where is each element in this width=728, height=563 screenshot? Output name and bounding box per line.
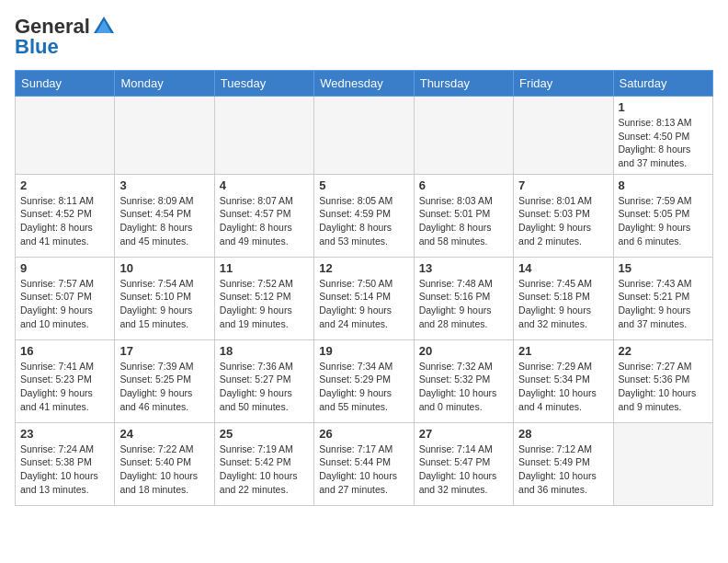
calendar-day: 13Sunrise: 7:48 AM Sunset: 5:16 PM Dayli… <box>414 257 513 339</box>
calendar-day <box>16 97 115 175</box>
calendar-header-wednesday: Wednesday <box>314 71 414 97</box>
calendar-day: 21Sunrise: 7:29 AM Sunset: 5:34 PM Dayli… <box>514 339 613 422</box>
day-info: Sunrise: 8:11 AM Sunset: 4:52 PM Dayligh… <box>20 194 109 248</box>
calendar-day: 6Sunrise: 8:03 AM Sunset: 5:01 PM Daylig… <box>414 174 513 257</box>
logo: General Blue <box>15 15 118 59</box>
day-info: Sunrise: 8:13 AM Sunset: 4:50 PM Dayligh… <box>619 116 708 170</box>
calendar-day: 4Sunrise: 8:07 AM Sunset: 4:57 PM Daylig… <box>214 174 313 257</box>
calendar-day: 3Sunrise: 8:09 AM Sunset: 4:54 PM Daylig… <box>115 174 214 257</box>
day-info: Sunrise: 7:48 AM Sunset: 5:16 PM Dayligh… <box>419 277 508 331</box>
day-info: Sunrise: 7:36 AM Sunset: 5:27 PM Dayligh… <box>220 360 309 414</box>
day-info: Sunrise: 7:43 AM Sunset: 5:21 PM Dayligh… <box>619 277 708 331</box>
day-number: 27 <box>419 427 508 441</box>
day-number: 24 <box>119 427 209 441</box>
day-number: 8 <box>619 178 708 192</box>
calendar-week-3: 9Sunrise: 7:57 AM Sunset: 5:07 PM Daylig… <box>16 257 713 339</box>
calendar-day: 18Sunrise: 7:36 AM Sunset: 5:27 PM Dayli… <box>214 339 313 422</box>
calendar-day: 5Sunrise: 8:05 AM Sunset: 4:59 PM Daylig… <box>314 174 414 257</box>
day-number: 11 <box>220 261 309 275</box>
day-number: 1 <box>619 100 708 114</box>
calendar-day: 15Sunrise: 7:43 AM Sunset: 5:21 PM Dayli… <box>613 257 712 339</box>
day-info: Sunrise: 7:12 AM Sunset: 5:49 PM Dayligh… <box>518 442 608 497</box>
day-info: Sunrise: 8:01 AM Sunset: 5:03 PM Dayligh… <box>518 194 608 248</box>
day-info: Sunrise: 7:27 AM Sunset: 5:36 PM Dayligh… <box>619 360 708 414</box>
calendar-day: 1Sunrise: 8:13 AM Sunset: 4:50 PM Daylig… <box>613 97 712 175</box>
day-info: Sunrise: 7:32 AM Sunset: 5:32 PM Dayligh… <box>419 360 508 414</box>
day-number: 23 <box>20 427 109 441</box>
day-number: 26 <box>319 427 408 441</box>
day-info: Sunrise: 8:03 AM Sunset: 5:01 PM Dayligh… <box>419 194 508 248</box>
day-info: Sunrise: 7:19 AM Sunset: 5:42 PM Dayligh… <box>220 442 309 497</box>
day-number: 10 <box>119 261 209 275</box>
calendar-day <box>115 97 214 175</box>
day-info: Sunrise: 7:59 AM Sunset: 5:05 PM Dayligh… <box>619 194 708 248</box>
day-number: 20 <box>419 344 508 358</box>
day-number: 9 <box>20 261 109 275</box>
calendar-day: 7Sunrise: 8:01 AM Sunset: 5:03 PM Daylig… <box>514 174 613 257</box>
calendar-header-saturday: Saturday <box>613 71 712 97</box>
calendar-day <box>414 97 513 175</box>
calendar-day: 10Sunrise: 7:54 AM Sunset: 5:10 PM Dayli… <box>115 257 214 339</box>
calendar-header-sunday: Sunday <box>16 71 115 97</box>
day-info: Sunrise: 7:14 AM Sunset: 5:47 PM Dayligh… <box>419 442 508 497</box>
day-number: 12 <box>319 261 408 275</box>
day-number: 21 <box>518 344 608 358</box>
calendar-day: 16Sunrise: 7:41 AM Sunset: 5:23 PM Dayli… <box>16 339 115 422</box>
day-info: Sunrise: 7:39 AM Sunset: 5:25 PM Dayligh… <box>119 360 209 414</box>
day-info: Sunrise: 7:29 AM Sunset: 5:34 PM Dayligh… <box>518 360 608 414</box>
calendar-day: 26Sunrise: 7:17 AM Sunset: 5:44 PM Dayli… <box>314 422 414 505</box>
day-number: 3 <box>119 178 209 192</box>
day-number: 17 <box>119 344 209 358</box>
calendar-day: 14Sunrise: 7:45 AM Sunset: 5:18 PM Dayli… <box>514 257 613 339</box>
calendar-header-friday: Friday <box>514 71 613 97</box>
calendar-day <box>514 97 613 175</box>
calendar-day: 23Sunrise: 7:24 AM Sunset: 5:38 PM Dayli… <box>16 422 115 505</box>
calendar-day <box>314 97 414 175</box>
day-number: 16 <box>20 344 109 358</box>
calendar-header-thursday: Thursday <box>414 71 513 97</box>
day-number: 19 <box>319 344 408 358</box>
day-number: 22 <box>619 344 708 358</box>
calendar-header-row: SundayMondayTuesdayWednesdayThursdayFrid… <box>16 71 713 97</box>
day-info: Sunrise: 7:17 AM Sunset: 5:44 PM Dayligh… <box>319 442 408 497</box>
day-number: 14 <box>518 261 608 275</box>
calendar-day: 22Sunrise: 7:27 AM Sunset: 5:36 PM Dayli… <box>613 339 712 422</box>
calendar-day <box>214 97 313 175</box>
calendar-day: 9Sunrise: 7:57 AM Sunset: 5:07 PM Daylig… <box>16 257 115 339</box>
day-number: 6 <box>419 178 508 192</box>
calendar-week-4: 16Sunrise: 7:41 AM Sunset: 5:23 PM Dayli… <box>16 339 713 422</box>
day-number: 18 <box>220 344 309 358</box>
calendar-week-2: 2Sunrise: 8:11 AM Sunset: 4:52 PM Daylig… <box>16 174 713 257</box>
calendar-day: 28Sunrise: 7:12 AM Sunset: 5:49 PM Dayli… <box>514 422 613 505</box>
calendar-table: SundayMondayTuesdayWednesdayThursdayFrid… <box>15 70 713 506</box>
calendar-day: 25Sunrise: 7:19 AM Sunset: 5:42 PM Dayli… <box>214 422 313 505</box>
calendar-day: 2Sunrise: 8:11 AM Sunset: 4:52 PM Daylig… <box>16 174 115 257</box>
calendar-day: 8Sunrise: 7:59 AM Sunset: 5:05 PM Daylig… <box>613 174 712 257</box>
day-info: Sunrise: 7:45 AM Sunset: 5:18 PM Dayligh… <box>518 277 608 331</box>
calendar-header-tuesday: Tuesday <box>214 71 313 97</box>
day-info: Sunrise: 8:05 AM Sunset: 4:59 PM Dayligh… <box>319 194 408 248</box>
page-header: General Blue <box>15 15 713 59</box>
day-number: 15 <box>619 261 708 275</box>
day-number: 5 <box>319 178 408 192</box>
calendar-day: 20Sunrise: 7:32 AM Sunset: 5:32 PM Dayli… <box>414 339 513 422</box>
day-number: 25 <box>220 427 309 441</box>
day-number: 13 <box>419 261 508 275</box>
day-info: Sunrise: 7:52 AM Sunset: 5:12 PM Dayligh… <box>220 277 309 331</box>
calendar-week-1: 1Sunrise: 8:13 AM Sunset: 4:50 PM Daylig… <box>16 97 713 175</box>
day-number: 7 <box>518 178 608 192</box>
day-number: 28 <box>518 427 608 441</box>
day-info: Sunrise: 8:07 AM Sunset: 4:57 PM Dayligh… <box>220 194 309 248</box>
logo-icon <box>92 15 116 39</box>
calendar-header-monday: Monday <box>115 71 214 97</box>
day-info: Sunrise: 8:09 AM Sunset: 4:54 PM Dayligh… <box>119 194 209 248</box>
calendar-day: 11Sunrise: 7:52 AM Sunset: 5:12 PM Dayli… <box>214 257 313 339</box>
calendar-day: 19Sunrise: 7:34 AM Sunset: 5:29 PM Dayli… <box>314 339 414 422</box>
day-number: 4 <box>220 178 309 192</box>
calendar-day: 24Sunrise: 7:22 AM Sunset: 5:40 PM Dayli… <box>115 422 214 505</box>
calendar-day <box>613 422 712 505</box>
calendar-day: 12Sunrise: 7:50 AM Sunset: 5:14 PM Dayli… <box>314 257 414 339</box>
day-info: Sunrise: 7:34 AM Sunset: 5:29 PM Dayligh… <box>319 360 408 414</box>
day-info: Sunrise: 7:50 AM Sunset: 5:14 PM Dayligh… <box>319 277 408 331</box>
day-info: Sunrise: 7:54 AM Sunset: 5:10 PM Dayligh… <box>119 277 209 331</box>
